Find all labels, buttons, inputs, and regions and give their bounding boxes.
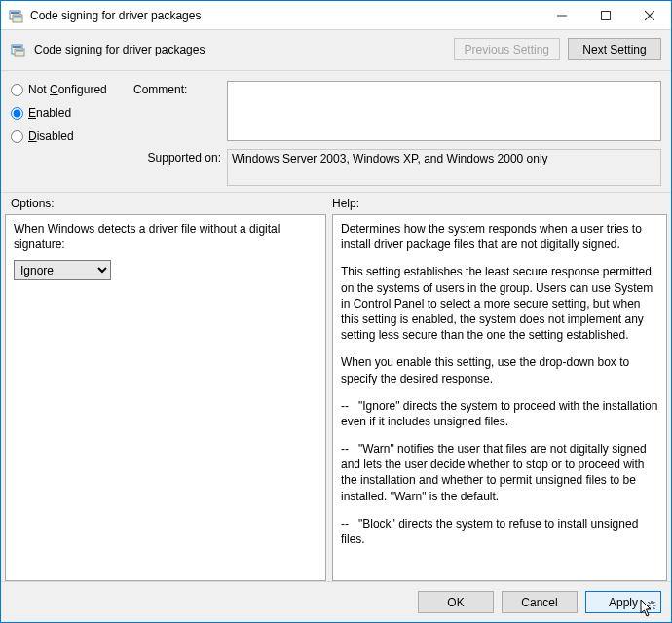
help-pane[interactable]: Determines how the system responds when … <box>332 214 667 581</box>
dialog-footer: OK Cancel Apply <box>1 581 671 622</box>
header-strip: Code signing for driver packages Previou… <box>1 30 671 71</box>
radio-enabled[interactable]: Enabled <box>11 106 128 120</box>
window-controls <box>540 1 671 29</box>
previous-setting-button: Previous Setting <box>454 38 560 60</box>
help-text: -- "Warn" notifies the user that files a… <box>341 441 658 504</box>
header-title: Code signing for driver packages <box>34 43 446 56</box>
apply-button[interactable]: Apply <box>585 591 661 613</box>
panes: When Windows detects a driver file witho… <box>1 214 671 581</box>
gpo-setting-dialog: Code signing for driver packages Code si… <box>0 0 672 623</box>
help-text: Determines how the system responds when … <box>341 221 658 252</box>
config-area: Not Configured Enabled Disabled Comment:… <box>1 71 671 193</box>
radio-disabled[interactable]: Disabled <box>11 129 128 143</box>
radio-not-configured[interactable]: Not Configured <box>11 83 128 96</box>
svg-rect-3 <box>14 16 21 18</box>
close-button[interactable] <box>627 1 671 29</box>
minimize-button[interactable] <box>540 1 583 29</box>
help-label: Help: <box>332 197 661 210</box>
svg-rect-11 <box>16 50 23 52</box>
gpo-icon <box>9 8 24 23</box>
signature-response-dropdown[interactable]: Ignore <box>14 260 111 280</box>
setting-nav: Previous Setting Next Setting <box>454 38 661 60</box>
help-text: When you enable this setting, use the dr… <box>341 354 658 385</box>
help-text: -- "Ignore" directs the system to procee… <box>341 398 658 429</box>
gpo-icon <box>11 42 26 57</box>
options-pane[interactable]: When Windows detects a driver file witho… <box>5 214 326 581</box>
radio-disabled-input[interactable] <box>11 130 23 143</box>
help-text: This setting establishes the least secur… <box>341 264 658 343</box>
window-title: Code signing for driver packages <box>30 9 540 22</box>
svg-rect-1 <box>11 12 19 14</box>
help-text: -- "Block" directs the system to refuse … <box>341 516 658 547</box>
radio-not-configured-input[interactable] <box>11 84 23 96</box>
options-label: Options: <box>11 197 332 210</box>
next-setting-button[interactable]: Next Setting <box>568 38 661 60</box>
comment-label: Comment: <box>133 81 221 96</box>
supported-on-label: Supported on: <box>133 149 221 165</box>
radio-enabled-input[interactable] <box>11 107 23 120</box>
supported-on-text <box>227 149 661 186</box>
titlebar: Code signing for driver packages <box>1 1 671 30</box>
options-prompt: When Windows detects a driver file witho… <box>14 221 317 252</box>
ok-button[interactable]: OK <box>418 591 494 613</box>
svg-rect-9 <box>13 46 21 48</box>
pane-labels: Options: Help: <box>1 193 671 214</box>
cancel-button[interactable]: Cancel <box>502 591 578 613</box>
state-radio-group: Not Configured Enabled Disabled <box>11 81 128 143</box>
svg-rect-5 <box>601 11 610 19</box>
comment-input[interactable] <box>227 81 661 141</box>
maximize-button[interactable] <box>583 1 627 29</box>
